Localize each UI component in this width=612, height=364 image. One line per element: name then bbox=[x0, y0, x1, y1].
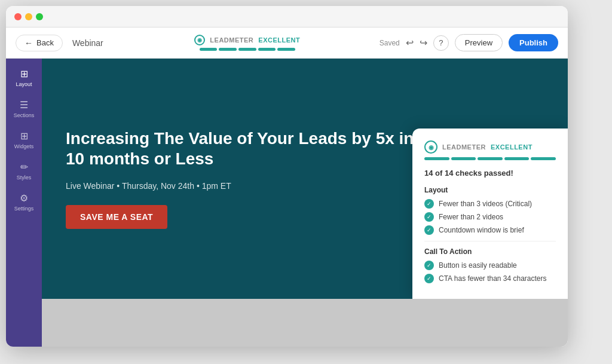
check-label-4: Button is easily readable bbox=[439, 261, 517, 270]
back-button[interactable]: ← Back bbox=[16, 35, 63, 51]
check-label-5: CTA has fewer than 34 characters bbox=[439, 274, 547, 283]
help-icon: ? bbox=[439, 38, 443, 47]
leadmeter-icon: ◉ bbox=[194, 35, 205, 45]
popup-seg-3 bbox=[478, 157, 503, 160]
help-button[interactable]: ? bbox=[433, 35, 449, 51]
check-item-2: ✓ Fewer than 2 videos bbox=[424, 212, 556, 222]
leadmeter-quality: EXCELLENT bbox=[258, 36, 300, 44]
popup-label: LEADMETER bbox=[442, 143, 486, 151]
popup-quality: EXCELLENT bbox=[491, 143, 533, 151]
cta-section-title: Call To Action bbox=[424, 247, 556, 256]
redo-button[interactable]: ↪ bbox=[420, 37, 427, 48]
settings-icon: ⚙ bbox=[20, 192, 28, 204]
toolbar-right: Saved ↩ ↪ ? Preview Publish bbox=[380, 34, 558, 51]
popup-header: ◉ LEADMETER EXCELLENT bbox=[424, 140, 556, 154]
layout-section-title: Layout bbox=[424, 186, 556, 194]
popup-leadmeter-icon: ◉ bbox=[424, 140, 437, 154]
cta-button[interactable]: SAVE ME A SEAT bbox=[66, 205, 167, 229]
sidebar-item-styles[interactable]: ✏ Styles bbox=[6, 157, 42, 185]
sidebar-item-sections[interactable]: ☰ Sections bbox=[6, 94, 42, 123]
sidebar: ⊞ Layout ☰ Sections ⊞ Widgets ✏ Styles ⚙… bbox=[6, 59, 42, 347]
saved-indicator: Saved bbox=[380, 39, 400, 47]
popup-seg-1 bbox=[424, 157, 449, 160]
layout-icon: ⊞ bbox=[20, 68, 28, 79]
close-button[interactable] bbox=[14, 13, 22, 20]
page-content-left: Increasing The Value of Your Leads by 5x… bbox=[66, 129, 423, 228]
check-icon-5: ✓ bbox=[424, 274, 434, 283]
canvas: Increasing The Value of Your Leads by 5x… bbox=[42, 59, 568, 347]
toolbar: ← Back Webinar ◉ LEADMETER EXCELLENT Sav… bbox=[6, 27, 568, 59]
page-preview: Increasing The Value of Your Leads by 5x… bbox=[42, 59, 568, 299]
styles-label: Styles bbox=[17, 175, 32, 181]
main-content: ⊞ Layout ☰ Sections ⊞ Widgets ✏ Styles ⚙… bbox=[6, 59, 568, 347]
page-headline: Increasing The Value of Your Leads by 5x… bbox=[66, 129, 423, 169]
publish-button[interactable]: Publish bbox=[509, 34, 558, 51]
page-subtitle: Live Webinar • Thursday, Nov 24th • 1pm … bbox=[66, 181, 423, 191]
page-name: Webinar bbox=[72, 38, 103, 48]
title-bar bbox=[6, 6, 568, 27]
widgets-label: Widgets bbox=[14, 143, 34, 149]
check-icon-3: ✓ bbox=[424, 225, 434, 235]
leadmeter-popup: ◉ LEADMETER EXCELLENT 14 of 14 checks pa… bbox=[412, 129, 568, 299]
page-bottom-area bbox=[42, 299, 568, 347]
check-item-1: ✓ Fewer than 3 videos (Critical) bbox=[424, 199, 556, 209]
layout-label: Layout bbox=[16, 81, 32, 87]
leadmeter-bar-section: ◉ LEADMETER EXCELLENT bbox=[123, 35, 372, 51]
widgets-icon: ⊞ bbox=[20, 130, 28, 142]
check-label-3: Countdown window is brief bbox=[439, 226, 524, 234]
bar-seg-4 bbox=[258, 48, 276, 51]
checks-passed: 14 of 14 checks passed! bbox=[424, 169, 556, 178]
bar-seg-2 bbox=[219, 48, 237, 51]
traffic-lights bbox=[14, 13, 43, 20]
leadmeter-label: LEADMETER bbox=[210, 36, 253, 44]
check-icon-4: ✓ bbox=[424, 261, 434, 270]
back-label: Back bbox=[36, 38, 54, 47]
undo-button[interactable]: ↩ bbox=[406, 37, 414, 48]
minimize-button[interactable] bbox=[25, 13, 32, 20]
check-item-3: ✓ Countdown window is brief bbox=[424, 225, 556, 235]
popup-seg-4 bbox=[504, 157, 530, 160]
popup-progress-bar bbox=[424, 157, 556, 160]
section-divider bbox=[424, 241, 556, 241]
check-label-1: Fewer than 3 videos (Critical) bbox=[439, 200, 532, 208]
check-item-4: ✓ Button is easily readable bbox=[424, 261, 556, 270]
settings-label: Settings bbox=[14, 206, 34, 212]
maximize-button[interactable] bbox=[36, 13, 43, 20]
check-item-5: ✓ CTA has fewer than 34 characters bbox=[424, 274, 556, 283]
sidebar-item-settings[interactable]: ⚙ Settings bbox=[6, 188, 42, 216]
sidebar-item-widgets[interactable]: ⊞ Widgets bbox=[6, 126, 42, 154]
back-arrow-icon: ← bbox=[25, 38, 33, 48]
bar-seg-5 bbox=[277, 48, 295, 51]
sidebar-item-layout[interactable]: ⊞ Layout bbox=[6, 63, 42, 92]
sections-label: Sections bbox=[14, 112, 35, 118]
check-label-2: Fewer than 2 videos bbox=[439, 213, 503, 221]
leadmeter-header: ◉ LEADMETER EXCELLENT bbox=[194, 35, 300, 45]
preview-button[interactable]: Preview bbox=[455, 34, 503, 51]
bar-seg-1 bbox=[200, 48, 218, 51]
check-icon-1: ✓ bbox=[424, 199, 434, 209]
bar-seg-3 bbox=[238, 48, 256, 51]
leadmeter-progress-bar bbox=[200, 48, 295, 51]
sections-icon: ☰ bbox=[20, 99, 28, 111]
popup-seg-2 bbox=[451, 157, 476, 160]
app-window: ← Back Webinar ◉ LEADMETER EXCELLENT Sav… bbox=[6, 6, 568, 347]
styles-icon: ✏ bbox=[20, 161, 28, 173]
check-icon-2: ✓ bbox=[424, 212, 434, 222]
popup-seg-5 bbox=[531, 157, 556, 160]
